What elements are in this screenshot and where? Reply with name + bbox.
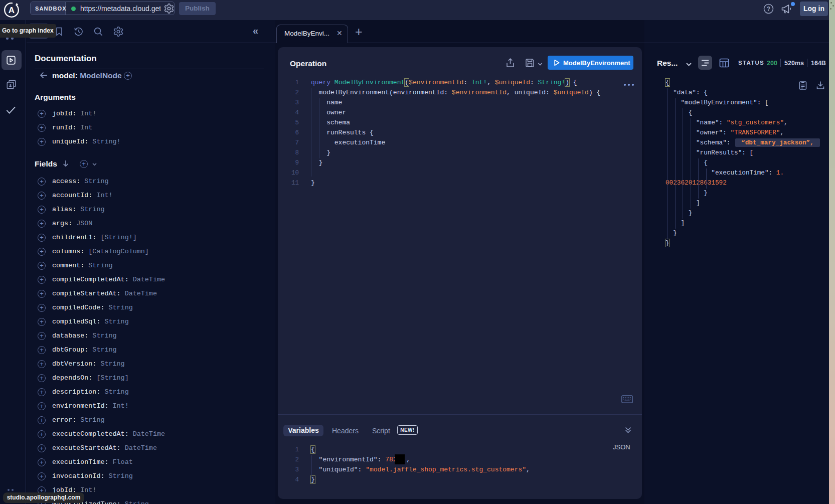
svg-text:?: ? bbox=[767, 6, 770, 13]
svg-text:A: A bbox=[9, 6, 15, 15]
